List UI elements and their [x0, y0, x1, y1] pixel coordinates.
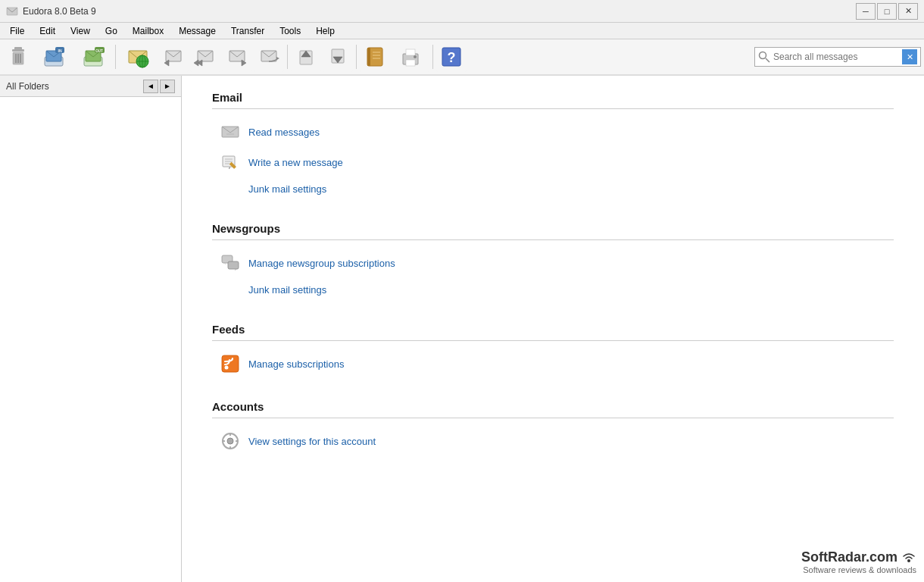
manage-newsgroups-item[interactable]: Manage newsgroup subscriptions [218, 249, 894, 277]
separator-2 [287, 45, 288, 69]
svg-rect-39 [406, 49, 415, 55]
print-button[interactable] [392, 42, 429, 72]
read-messages-item[interactable]: Read messages [218, 118, 894, 146]
read-messages-label: Read messages [248, 127, 320, 138]
newsgroups-section-items: Manage newsgroup subscriptions Junk mail… [212, 249, 894, 300]
junk-mail-news-item[interactable]: Junk mail settings [218, 280, 894, 300]
main-layout: All Folders ◄ ► Email [0, 76, 924, 582]
svg-line-45 [766, 58, 769, 62]
menu-help[interactable]: Help [309, 23, 342, 39]
search-input[interactable] [773, 52, 902, 62]
content-area: Email Read messages [182, 76, 924, 582]
menu-message[interactable]: Message [172, 23, 223, 39]
redirect-button[interactable] [254, 42, 284, 72]
menu-tools[interactable]: Tools [273, 23, 307, 39]
reply-all-button[interactable] [190, 42, 220, 72]
menu-view[interactable]: View [64, 23, 97, 39]
svg-marker-53 [229, 167, 230, 169]
accounts-section-title: Accounts [212, 400, 894, 418]
menu-mailbox[interactable]: Mailbox [126, 23, 170, 39]
search-clear-button[interactable]: ✕ [902, 49, 917, 64]
junk-mail-email-item[interactable]: Junk mail settings [218, 179, 894, 199]
feeds-section-items: Manage subscriptions [212, 350, 894, 377]
sidebar: All Folders ◄ ► [0, 76, 182, 582]
rss-icon [221, 355, 239, 373]
help-icon: ? [439, 45, 464, 69]
menu-go[interactable]: Go [98, 23, 124, 39]
feeds-section-title: Feeds [212, 323, 894, 341]
svg-marker-57 [235, 269, 237, 271]
mail-out-icon: OUT [81, 45, 105, 69]
toolbar: IN OUT [0, 39, 924, 76]
menu-edit[interactable]: Edit [33, 23, 62, 39]
get-mail-in-button[interactable]: IN [35, 42, 73, 72]
write-message-item[interactable]: Write a new message [218, 149, 894, 176]
svg-rect-34 [367, 48, 370, 66]
separator-1 [115, 45, 116, 69]
reply-all-icon [193, 45, 217, 69]
reply-icon [161, 45, 186, 69]
manage-subscriptions-item[interactable]: Manage subscriptions [218, 350, 894, 377]
trash-icon [6, 45, 30, 69]
menu-file[interactable]: File [3, 23, 31, 39]
separator-4 [432, 45, 433, 69]
view-settings-item[interactable]: View settings for this account [218, 427, 894, 455]
menu-bar: File Edit View Go Mailbox Message Transf… [0, 23, 924, 39]
forward-icon [225, 45, 249, 69]
forward-button[interactable] [222, 42, 252, 72]
svg-point-60 [227, 438, 233, 444]
svg-rect-63 [229, 446, 231, 449]
sidebar-next-button[interactable]: ► [160, 80, 175, 93]
app-icon [6, 5, 18, 17]
help-button[interactable]: ? [436, 42, 467, 72]
junk-mail-email-label: Junk mail settings [248, 183, 326, 195]
svg-marker-24 [194, 60, 198, 66]
reply-button[interactable] [158, 42, 189, 72]
svg-rect-58 [222, 355, 239, 372]
menu-transfer[interactable]: Transfer [224, 23, 271, 39]
svg-rect-40 [406, 60, 415, 66]
up-button[interactable] [291, 42, 321, 72]
attach-button[interactable] [360, 42, 390, 72]
watermark-sub: Software reviews & downloads [801, 565, 916, 574]
newsgroups-section: Newsgroups Manage newsgroup subscription… [212, 222, 894, 300]
compose-mail-icon [221, 153, 239, 171]
svg-point-41 [414, 55, 417, 58]
get-mail-out-button[interactable]: OUT [74, 42, 112, 72]
sidebar-title: All Folders [6, 81, 49, 92]
title-bar: Eudora 8.0 Beta 9 ─ □ ✕ [0, 0, 924, 23]
email-section: Email Read messages [212, 91, 894, 199]
up-icon [294, 45, 318, 69]
newsgroups-section-title: Newsgroups [212, 222, 894, 240]
sidebar-header: All Folders ◄ ► [0, 76, 181, 97]
mail-in-icon: IN [42, 45, 66, 69]
newsgroup-icon [221, 254, 239, 272]
down-button[interactable] [323, 42, 353, 72]
print-icon [398, 45, 423, 69]
svg-point-59 [225, 366, 229, 370]
minimize-button[interactable]: ─ [856, 3, 876, 20]
write-message-label: Write a new message [248, 157, 343, 168]
svg-rect-62 [229, 433, 231, 436]
svg-rect-65 [236, 440, 238, 442]
feeds-section: Feeds Manage subscriptions [212, 323, 894, 377]
search-container: ✕ [754, 47, 921, 67]
app-title: Eudora 8.0 Beta 9 [23, 6, 96, 17]
email-section-items: Read messages [212, 118, 894, 199]
svg-text:OUT: OUT [95, 49, 103, 53]
down-icon [326, 45, 350, 69]
view-settings-label: View settings for this account [248, 436, 376, 447]
new-message-button[interactable] [119, 42, 157, 72]
svg-text:IN: IN [58, 48, 62, 53]
svg-marker-55 [223, 263, 226, 264]
manage-subscriptions-label: Manage subscriptions [248, 358, 344, 370]
title-bar-left: Eudora 8.0 Beta 9 [6, 5, 96, 17]
read-mail-icon [221, 123, 239, 141]
redirect-icon [257, 45, 281, 69]
maximize-button[interactable]: □ [877, 3, 897, 20]
close-button[interactable]: ✕ [898, 3, 918, 20]
sidebar-prev-button[interactable]: ◄ [143, 80, 158, 93]
accounts-section-items: View settings for this account [212, 427, 894, 455]
svg-text:?: ? [448, 50, 456, 65]
delete-button[interactable] [3, 42, 33, 72]
